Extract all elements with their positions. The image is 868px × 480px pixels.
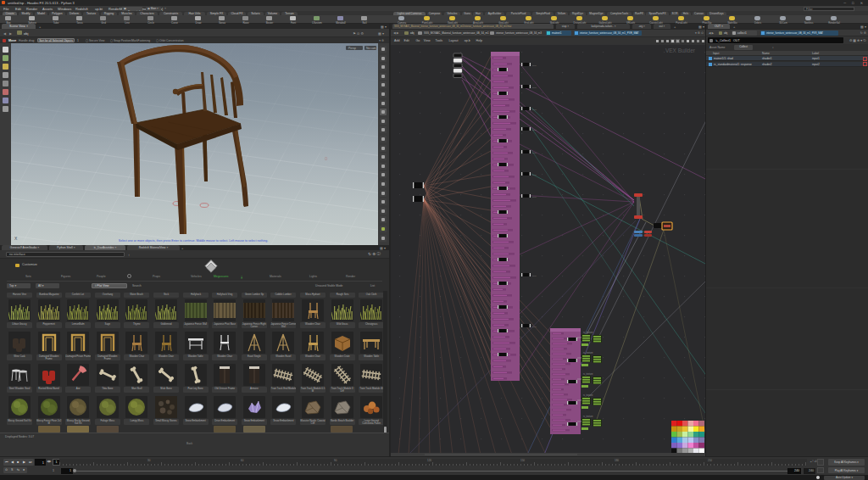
- svg-text:rs_texture: rs_texture: [583, 415, 593, 418]
- svg-text:bind: bind: [532, 196, 537, 198]
- svg-text:bind: bind: [532, 326, 537, 328]
- svg-text:Persp: Persp: [348, 47, 356, 50]
- svg-text:Select one or more objects, th: Select one or more objects, then press E…: [119, 239, 268, 243]
- svg-text:bind: bind: [532, 275, 537, 277]
- svg-text:bind: bind: [532, 174, 537, 176]
- svg-text:rs_texture: rs_texture: [583, 393, 593, 397]
- svg-text:No cam: No cam: [366, 47, 376, 50]
- svg-text:rs_texture: rs_texture: [583, 351, 593, 354]
- svg-text:rs_texture: rs_texture: [583, 331, 593, 334]
- svg-text:bind: bind: [532, 129, 537, 131]
- svg-text:bind: bind: [532, 152, 537, 154]
- svg-text:bind: bind: [532, 87, 537, 89]
- svg-text:rs_texture: rs_texture: [583, 372, 593, 376]
- svg-text:bind: bind: [532, 64, 537, 67]
- svg-text:bind: bind: [532, 109, 537, 111]
- svg-text:VEX Builder: VEX Builder: [665, 47, 696, 53]
